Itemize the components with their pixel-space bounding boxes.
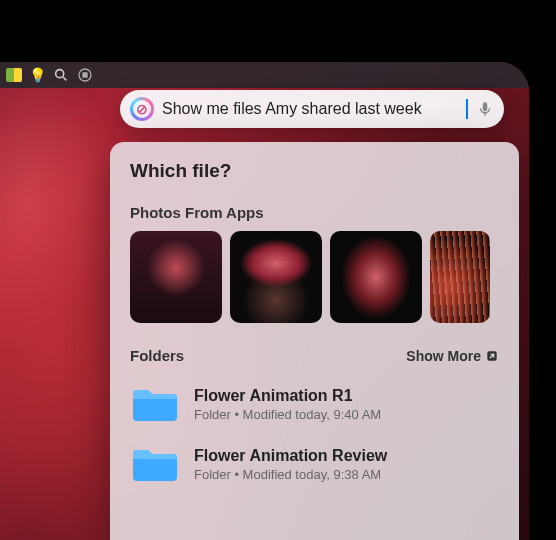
menubar-bulb-icon[interactable]: 💡	[28, 66, 46, 84]
photo-thumbnail[interactable]	[130, 231, 222, 323]
show-more-label: Show More	[406, 348, 481, 364]
show-more-button[interactable]: Show More	[406, 348, 499, 364]
photo-thumbnail[interactable]	[230, 231, 322, 323]
photos-row	[130, 231, 499, 323]
panel-title: Which file?	[130, 160, 499, 182]
siri-icon	[130, 97, 154, 121]
siri-results-panel: Which file? Photos From Apps Folders Sho…	[110, 142, 519, 540]
svg-rect-4	[483, 102, 488, 111]
svg-line-1	[63, 77, 66, 80]
folder-info: Flower Animation Review Folder • Modifie…	[194, 447, 499, 482]
siri-input[interactable]	[162, 100, 458, 118]
menubar-search-icon[interactable]	[52, 66, 70, 84]
photo-thumbnail[interactable]	[330, 231, 422, 323]
external-link-icon	[485, 349, 499, 363]
folder-info: Flower Animation R1 Folder • Modified to…	[194, 387, 499, 422]
folder-meta: Folder • Modified today, 9:40 AM	[194, 407, 499, 422]
text-cursor	[466, 99, 468, 119]
folder-icon	[130, 384, 180, 424]
photos-section-header: Photos From Apps	[130, 204, 499, 221]
folder-icon	[130, 444, 180, 484]
folder-row[interactable]: Flower Animation Review Folder • Modifie…	[130, 434, 499, 494]
menubar-status-icon[interactable]	[6, 68, 22, 82]
folders-section-header: Folders	[130, 347, 184, 364]
device-frame: 💡 Which file? Photos From Apps	[0, 50, 541, 540]
svg-rect-3	[82, 72, 87, 77]
svg-point-0	[56, 70, 64, 78]
photo-thumbnail[interactable]	[430, 231, 490, 323]
siri-search-bar[interactable]	[120, 90, 504, 128]
folder-meta: Folder • Modified today, 9:38 AM	[194, 467, 499, 482]
microphone-icon[interactable]	[476, 100, 494, 118]
folder-name: Flower Animation R1	[194, 387, 499, 405]
menubar: 💡	[0, 62, 529, 88]
folder-name: Flower Animation Review	[194, 447, 499, 465]
folder-row[interactable]: Flower Animation R1 Folder • Modified to…	[130, 374, 499, 434]
screen: 💡 Which file? Photos From Apps	[0, 62, 529, 540]
menubar-util-icon[interactable]	[76, 66, 94, 84]
